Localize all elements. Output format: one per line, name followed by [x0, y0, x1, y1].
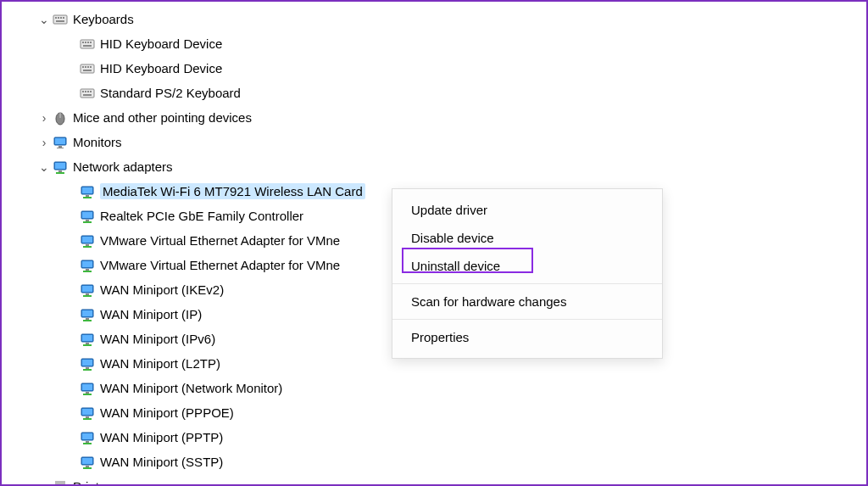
device-label: WAN Miniport (L2TP): [100, 356, 220, 371]
device-label: WAN Miniport (IKEv2): [100, 282, 224, 297]
monitor-icon: [53, 135, 68, 150]
device-label: WAN Miniport (PPTP): [100, 430, 223, 444]
network-icon: [80, 282, 95, 298]
device-label: Realtek PCIe GbE Family Controller: [100, 209, 303, 223]
device-item[interactable]: WAN Miniport (Network Monitor): [15, 376, 866, 400]
category-label: Keyboards: [73, 12, 134, 26]
chevron-down-icon[interactable]: [37, 13, 51, 26]
keyboard-icon: [80, 61, 95, 76]
chevron-right-icon[interactable]: [37, 480, 51, 487]
network-icon: [80, 209, 95, 224]
device-item[interactable]: WAN Miniport (PPPOE): [15, 400, 866, 425]
menu-uninstall-device[interactable]: Uninstall device: [392, 252, 662, 280]
menu-scan-hardware[interactable]: Scan for hardware changes: [392, 288, 662, 316]
device-label: HID Keyboard Device: [100, 61, 222, 75]
device-item[interactable]: HID Keyboard Device: [15, 31, 866, 56]
network-icon: [80, 381, 95, 396]
network-icon: [80, 405, 95, 421]
category-label: Mice and other pointing devices: [73, 110, 252, 125]
category-monitors[interactable]: Monitors: [15, 130, 866, 154]
network-icon: [53, 159, 68, 175]
category-mice[interactable]: Mice and other pointing devices: [15, 105, 866, 130]
network-icon: [80, 332, 95, 347]
chevron-right-icon[interactable]: [37, 111, 51, 125]
keyboard-icon: [53, 12, 68, 27]
context-menu: Update driver Disable device Uninstall d…: [392, 188, 663, 359]
menu-disable-device[interactable]: Disable device: [392, 224, 662, 252]
device-item[interactable]: WAN Miniport (PPTP): [15, 425, 866, 450]
chevron-down-icon[interactable]: [37, 160, 51, 174]
device-item[interactable]: WAN Miniport (SSTP): [15, 450, 866, 474]
device-item[interactable]: HID Keyboard Device: [15, 56, 866, 81]
mouse-icon: [53, 110, 68, 126]
keyboard-icon: [80, 86, 95, 101]
device-label: WAN Miniport (PPPOE): [100, 405, 234, 420]
device-label: Standard PS/2 Keyboard: [100, 86, 241, 100]
category-network-adapters[interactable]: Network adapters: [15, 154, 866, 179]
network-icon: [80, 430, 95, 445]
network-icon: [80, 233, 95, 249]
chevron-right-icon[interactable]: [37, 136, 51, 149]
device-label: MediaTek Wi-Fi 6 MT7921 Wireless LAN Car…: [100, 183, 365, 199]
menu-properties[interactable]: Properties: [392, 323, 662, 351]
category-print-queues[interactable]: Print queues: [15, 474, 866, 486]
menu-update-driver[interactable]: Update driver: [392, 196, 662, 224]
category-label: Network adapters: [73, 159, 173, 174]
network-icon: [80, 184, 95, 199]
keyboard-icon: [80, 36, 95, 52]
device-label: VMware Virtual Ethernet Adapter for VMne: [100, 258, 340, 272]
printer-icon: [53, 479, 68, 487]
network-icon: [80, 455, 95, 470]
device-label: WAN Miniport (Network Monitor): [100, 381, 282, 395]
menu-separator: [392, 319, 662, 320]
network-icon: [80, 356, 95, 371]
category-keyboards[interactable]: Keyboards: [15, 7, 866, 31]
device-label: VMware Virtual Ethernet Adapter for VMne: [100, 233, 340, 248]
device-label: HID Keyboard Device: [100, 36, 222, 51]
category-label: Print queues: [73, 479, 144, 486]
network-icon: [80, 258, 95, 273]
device-label: WAN Miniport (IP): [100, 307, 202, 321]
menu-separator: [392, 283, 662, 284]
device-label: WAN Miniport (SSTP): [100, 455, 223, 469]
network-icon: [80, 307, 95, 322]
device-label: WAN Miniport (IPv6): [100, 332, 215, 346]
category-label: Monitors: [73, 135, 122, 149]
device-item[interactable]: Standard PS/2 Keyboard: [15, 81, 866, 105]
